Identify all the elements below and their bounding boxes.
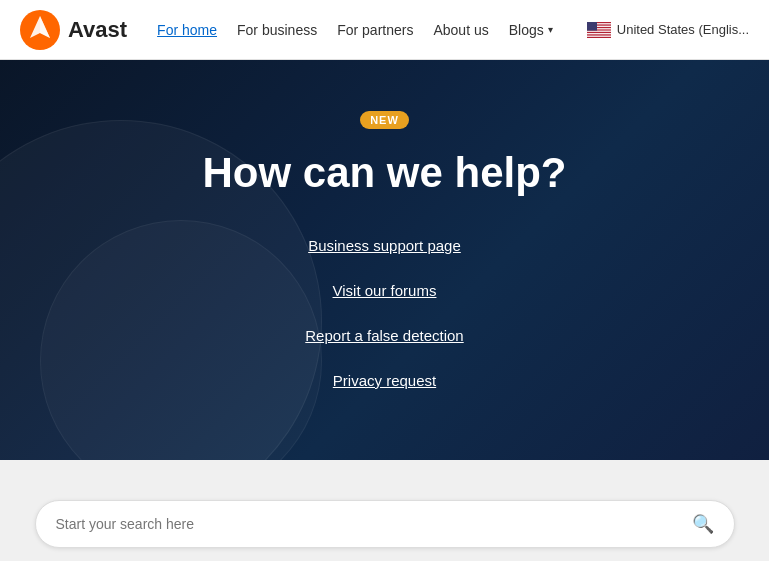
hero-section: NEW How can we help? Business support pa…	[0, 60, 769, 460]
search-icon[interactable]: 🔍	[692, 513, 714, 535]
privacy-request-link[interactable]: Privacy request	[333, 372, 436, 389]
nav-blogs[interactable]: Blogs ▾	[509, 22, 553, 38]
search-section: 🔍	[0, 460, 769, 561]
svg-rect-5	[587, 30, 611, 31]
svg-rect-6	[587, 33, 611, 34]
nav-for-home[interactable]: For home	[157, 22, 217, 38]
logo[interactable]: Avast	[20, 10, 127, 50]
hero-links: Business support page Visit our forums R…	[305, 237, 463, 389]
visit-forums-link[interactable]: Visit our forums	[333, 282, 437, 299]
report-false-detection-link[interactable]: Report a false detection	[305, 327, 463, 344]
search-input[interactable]	[56, 516, 692, 532]
nav-for-partners[interactable]: For partners	[337, 22, 413, 38]
region-selector[interactable]: United States (Englis...	[587, 22, 749, 38]
hero-title: How can we help?	[202, 149, 566, 197]
us-flag-icon	[587, 22, 611, 38]
header: Avast For home For business For partners…	[0, 0, 769, 60]
svg-rect-7	[587, 35, 611, 36]
blogs-chevron-icon: ▾	[548, 24, 553, 35]
svg-rect-8	[587, 22, 597, 31]
nav-for-business[interactable]: For business	[237, 22, 317, 38]
business-support-link[interactable]: Business support page	[308, 237, 461, 254]
avast-logo-icon	[20, 10, 60, 50]
logo-text: Avast	[68, 17, 127, 43]
region-label: United States (Englis...	[617, 22, 749, 37]
main-nav: For home For business For partners About…	[157, 22, 587, 38]
search-bar: 🔍	[35, 500, 735, 548]
new-badge: NEW	[360, 111, 409, 129]
nav-about-us[interactable]: About us	[433, 22, 488, 38]
